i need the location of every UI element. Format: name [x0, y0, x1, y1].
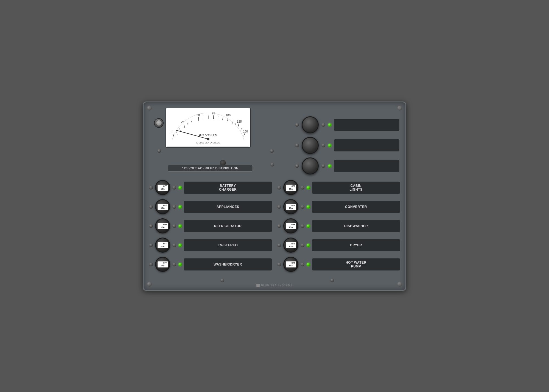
- screw-rf-right: [172, 224, 176, 228]
- amp-label-dr: 15A: [289, 245, 293, 248]
- screw-tv-left: [149, 243, 153, 247]
- svg-text:⊡ BLUE SEA SYSTEMS: ⊡ BLUE SEA SYSTEMS: [196, 142, 220, 144]
- off-label-dr: OFF: [292, 243, 295, 245]
- breaker-hot-water-pump[interactable]: OFF 15A: [283, 257, 298, 272]
- circuit-row-hot-water-pump: OFF 15A HOT WATERPUMP: [277, 256, 400, 273]
- corner-screw-bl: [147, 282, 152, 287]
- push-button-label: PUSHRESET: [152, 121, 166, 124]
- breaker-washer-dryer[interactable]: OFF 15A: [155, 257, 170, 272]
- top-row-2: [295, 137, 399, 154]
- svg-text:125: 125: [237, 120, 242, 123]
- svg-line-7: [213, 115, 214, 119]
- led-appliances: [178, 205, 182, 208]
- led-battery-charger: [178, 186, 182, 189]
- breaker-inner-rf: OFF 15A: [158, 223, 168, 229]
- circuit-row-washer-dryer: OFF 15A WASHER/DRYER: [149, 256, 272, 273]
- circuit-row-refrigerator: OFF 15A REFRIGERATOR: [149, 218, 272, 235]
- off-label-wd: OFF: [163, 262, 167, 264]
- label-converter: CONVERTER: [312, 201, 400, 213]
- breaker-refrigerator[interactable]: OFF 15A: [155, 218, 170, 233]
- screw-ap-right: [172, 205, 176, 209]
- footer: BLUE SEA SYSTEMS: [256, 284, 293, 287]
- circuit-row-converter: OFF 15A CONVERTER: [277, 198, 400, 215]
- led-top-2: [328, 144, 331, 147]
- screw-mid-left: [157, 149, 161, 153]
- screw-mid-center: [270, 149, 274, 153]
- screw-near-dist: [270, 163, 274, 167]
- screw-r3-mid: [321, 164, 325, 168]
- amp-label-ap: 15A: [161, 207, 165, 209]
- breaker-converter[interactable]: OFF 15A: [283, 199, 298, 214]
- breaker-inner-dw: OFF 15A: [286, 223, 296, 229]
- circuit-row-appliances: OFF 15A APPLIANCES: [149, 198, 272, 215]
- amp-label-dw: 15A: [289, 226, 293, 229]
- top-row-1: [295, 116, 399, 134]
- brand-name: BLUE SEA SYSTEMS: [261, 284, 293, 287]
- svg-text:0: 0: [171, 130, 172, 134]
- screw-cv-left: [277, 205, 281, 209]
- screw-r2-left: [295, 143, 299, 147]
- breaker-dryer[interactable]: OFF 15A: [283, 238, 298, 253]
- right-circuits: OFF 15A CABINLIGHTS OFF 15A: [277, 179, 400, 279]
- amp-label-tv: 15A: [161, 245, 165, 248]
- amp-label-bc: 15A: [161, 188, 165, 190]
- off-label-dw: OFF: [292, 224, 295, 225]
- voltmeter-section: 0 25 50 75 100 125: [166, 108, 251, 148]
- label-tv-stereo: TV/STEREO: [184, 239, 272, 251]
- label-dishwasher: DISHWASHER: [312, 220, 400, 232]
- screw-bc-right: [172, 186, 176, 190]
- blank-label-2: [334, 139, 399, 151]
- breaker-inner-cl: OFF 15A: [286, 185, 296, 191]
- circuit-row-tv-stereo: OFF 15A TV/STEREO: [149, 237, 272, 254]
- blank-label-1: [334, 119, 399, 131]
- breaker-inner-hw: OFF 15A: [286, 261, 296, 267]
- off-label-cl: OFF: [292, 185, 295, 187]
- svg-text:25: 25: [181, 120, 184, 123]
- screw-r2-mid: [321, 143, 325, 147]
- amp-label-wd: 15A: [161, 264, 165, 267]
- off-label-bc: OFF: [163, 185, 167, 187]
- screw-rf-left: [149, 224, 153, 228]
- svg-text:AC VOLTS: AC VOLTS: [199, 133, 217, 137]
- screw-bottom-left: [220, 278, 224, 282]
- breaker-dishwasher[interactable]: OFF 15A: [283, 218, 298, 233]
- breaker-battery-charger[interactable]: OFF 15A: [155, 180, 170, 195]
- screw-wd-right: [172, 263, 176, 266]
- blank-label-3: [334, 160, 399, 172]
- screw-cl-right: [301, 186, 304, 190]
- led-tv-stereo: [178, 244, 182, 247]
- circuit-row-battery-charger: OFF 15A BATTERYCHARGER: [149, 179, 272, 196]
- led-washer-dryer: [178, 263, 182, 266]
- label-battery-charger: BATTERYCHARGER: [184, 182, 272, 194]
- corner-screw-br: [397, 282, 402, 287]
- distribution-label-container: 120 VOLT AC / 60 HZ DISTRIBUTION: [168, 165, 253, 171]
- led-converter: [307, 205, 310, 208]
- led-top-3: [328, 164, 331, 168]
- breaker-inner-dr: OFF 15A: [286, 242, 296, 248]
- circuit-area: OFF 15A BATTERYCHARGER OFF 15A: [149, 179, 400, 279]
- led-dishwasher: [307, 224, 310, 228]
- circuit-row-dryer: OFF 15A DRYER: [277, 237, 400, 254]
- screw-hw-left: [277, 263, 281, 266]
- amp-label-cl: 15A: [289, 188, 293, 190]
- amp-label-hw: 15A: [289, 264, 293, 267]
- label-dryer: DRYER: [312, 239, 400, 251]
- voltmeter-gauge: 0 25 50 75 100 125: [166, 108, 251, 148]
- label-cabin-lights: CABINLIGHTS: [312, 182, 400, 194]
- top-row-3: [295, 157, 399, 175]
- label-appliances: APPLIANCES: [184, 201, 272, 213]
- left-circuits: OFF 15A BATTERYCHARGER OFF 15A: [149, 179, 272, 279]
- screw-dr-left: [277, 243, 281, 247]
- screw-hw-right: [301, 263, 304, 266]
- breaker-tv-stereo[interactable]: OFF 15A: [155, 238, 170, 253]
- svg-rect-0: [167, 108, 249, 147]
- screw-cv-right: [301, 205, 304, 209]
- push-btn-1[interactable]: [302, 116, 319, 133]
- push-btn-2[interactable]: [302, 137, 319, 154]
- label-refrigerator: REFRIGERATOR: [184, 220, 272, 232]
- breaker-appliances[interactable]: OFF 15A: [155, 199, 170, 214]
- breaker-cabin-lights[interactable]: OFF 15A: [283, 180, 298, 195]
- push-btn-3[interactable]: [302, 157, 319, 174]
- screw-tv-right: [172, 243, 176, 247]
- off-label-ap: OFF: [163, 204, 167, 206]
